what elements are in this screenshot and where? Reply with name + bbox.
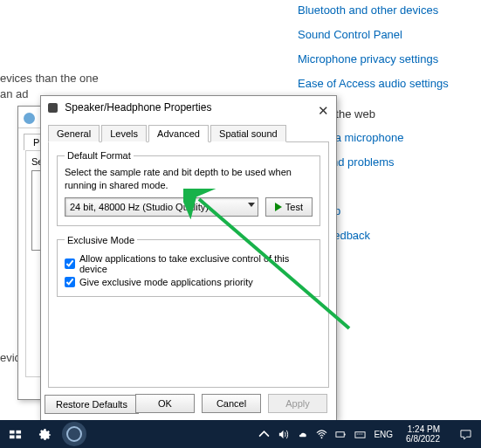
- bg-text-line1: evices than the one: [0, 72, 99, 85]
- properties-titlebar[interactable]: Speaker/Headphone Properties ✕: [41, 96, 336, 119]
- taskbar: ENG 1:24 PM 6/8/2022: [0, 420, 481, 448]
- notification-icon: [460, 429, 471, 440]
- taskbar-clock[interactable]: 1:24 PM 6/8/2022: [401, 424, 445, 445]
- properties-tabs: General Levels Advanced Spatial sound: [41, 119, 336, 141]
- bg-text-line2: an ad: [0, 87, 29, 100]
- keyboard-icon[interactable]: [354, 429, 366, 440]
- svg-rect-1: [9, 430, 14, 433]
- apply-button[interactable]: Apply: [268, 394, 327, 413]
- clock-time: 1:24 PM: [406, 424, 440, 435]
- cancel-button[interactable]: Cancel: [202, 394, 261, 413]
- test-button[interactable]: Test: [265, 197, 313, 217]
- taskview-button[interactable]: [0, 420, 30, 448]
- svg-rect-4: [16, 435, 21, 438]
- exclusive-mode-legend: Exclusive Mode: [65, 235, 137, 245]
- tab-spatial-sound[interactable]: Spatial sound: [210, 125, 286, 142]
- svg-rect-9: [357, 433, 358, 434]
- speaker-properties-window: Speaker/Headphone Properties ✕ General L…: [40, 95, 337, 421]
- svg-rect-6: [336, 431, 344, 437]
- sample-rate-value: 24 bit, 48000 Hz (Studio Quality): [70, 202, 209, 212]
- svg-rect-2: [16, 430, 21, 433]
- battery-icon[interactable]: [335, 429, 347, 440]
- action-center-button[interactable]: [453, 429, 478, 440]
- default-format-description: Select the sample rate and bit depth to …: [65, 166, 313, 192]
- clock-date: 6/8/2022: [406, 434, 440, 445]
- svg-rect-7: [345, 433, 346, 435]
- checkbox-exclusive-priority[interactable]: Give exclusive mode applications priorit…: [65, 277, 313, 287]
- sound-icon: [24, 113, 35, 124]
- language-indicator[interactable]: ENG: [374, 430, 393, 439]
- volume-icon[interactable]: [278, 429, 289, 440]
- close-icon[interactable]: ✕: [318, 100, 329, 122]
- checkbox-exclusive-control[interactable]: Allow applications to take exclusive con…: [65, 253, 313, 274]
- svg-point-5: [321, 437, 323, 438]
- checkbox-exclusive-priority-input[interactable]: [65, 277, 75, 287]
- svg-rect-3: [9, 435, 14, 438]
- link-bluetooth[interactable]: Bluetooth and other devices: [298, 3, 472, 17]
- link-sound-control-panel[interactable]: Sound Control Panel: [298, 28, 472, 41]
- chevron-down-icon: [248, 203, 255, 207]
- wifi-icon[interactable]: [316, 429, 327, 440]
- properties-title: Speaker/Headphone Properties: [65, 101, 211, 114]
- gear-icon: [38, 428, 52, 441]
- sample-rate-combobox[interactable]: 24 bit, 48000 Hz (Studio Quality): [65, 197, 258, 217]
- exclusive-mode-group: Exclusive Mode Allow applications to tak…: [57, 235, 320, 297]
- speaker-icon: [48, 103, 58, 113]
- checkbox-exclusive-control-input[interactable]: [65, 258, 75, 269]
- tray-chevron-up-icon[interactable]: [258, 429, 270, 440]
- settings-taskbar-button[interactable]: [30, 420, 59, 448]
- tab-advanced[interactable]: Advanced: [148, 125, 209, 142]
- svg-rect-10: [359, 433, 360, 434]
- cortana-button[interactable]: [59, 420, 89, 448]
- svg-rect-8: [355, 431, 365, 438]
- link-microphone-privacy[interactable]: Microphone privacy settings: [298, 52, 472, 65]
- advanced-tab-page: Default Format Select the sample rate an…: [48, 141, 329, 388]
- onedrive-icon[interactable]: [297, 429, 308, 440]
- tab-levels[interactable]: Levels: [101, 125, 147, 142]
- system-tray: ENG 1:24 PM 6/8/2022: [258, 424, 481, 445]
- link-ease-of-access-audio[interactable]: Ease of Access audio settings: [298, 77, 472, 90]
- taskview-icon: [9, 428, 22, 441]
- ok-button[interactable]: OK: [135, 394, 195, 413]
- restore-defaults-button[interactable]: Restore Defaults: [45, 395, 139, 414]
- default-format-legend: Default Format: [65, 150, 134, 161]
- svg-rect-12: [362, 433, 363, 434]
- cortana-icon: [62, 422, 86, 446]
- tab-general[interactable]: General: [48, 125, 100, 142]
- default-format-group: Default Format Select the sample rate an…: [57, 150, 320, 226]
- svg-rect-11: [361, 433, 361, 434]
